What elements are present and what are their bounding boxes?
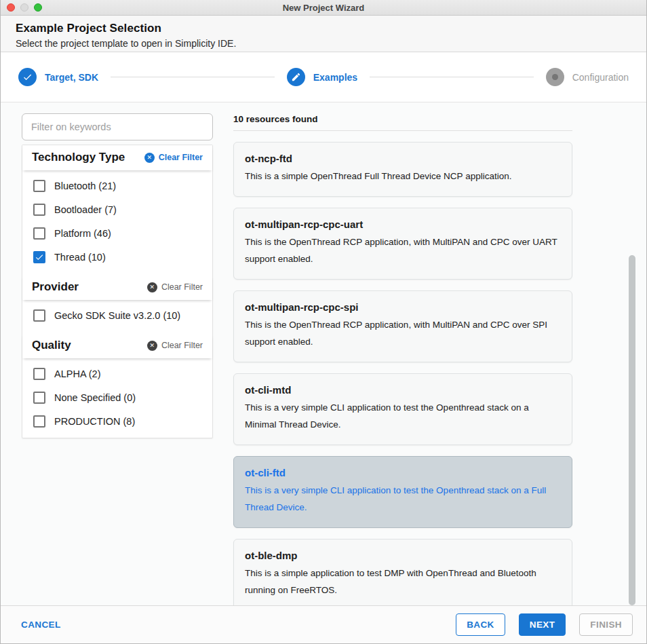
step-label: Target, SDK <box>45 72 98 83</box>
filter-option-alpha[interactable]: ALPHA (2) <box>22 362 212 386</box>
pencil-icon <box>287 68 305 86</box>
checkbox-unchecked[interactable] <box>33 180 45 192</box>
card-ot-multipan-rcp-cpc-uart[interactable]: ot-multipan-rcp-cpc-uart This is the Ope… <box>233 208 572 280</box>
wizard-stepper: Target, SDK Examples Configuration <box>1 52 646 102</box>
next-button[interactable]: NEXT <box>519 613 566 636</box>
card-ot-multipan-rcp-cpc-spi[interactable]: ot-multipan-rcp-cpc-spi This is the Open… <box>233 290 572 362</box>
clear-filter-label: Clear Filter <box>159 153 203 162</box>
checkbox-unchecked[interactable] <box>33 309 45 322</box>
filter-option-platform[interactable]: Platform (46) <box>22 222 212 246</box>
page-subtitle: Select the project template to open in S… <box>16 38 631 49</box>
check-icon <box>18 68 37 86</box>
clear-filter-button[interactable]: ✕ Clear Filter <box>147 282 203 292</box>
finish-button: FINISH <box>579 613 633 636</box>
card-ot-cli-ftd-selected[interactable]: ot-cli-ftd This is a very simple CLI app… <box>233 456 572 528</box>
clear-filter-label: Clear Filter <box>161 282 203 292</box>
card-description: This is a simple application to test DMP… <box>245 565 561 599</box>
main-content: Technology Type ✕ Clear Filter Bluetooth… <box>1 102 646 605</box>
section-header-provider: Provider ✕ Clear Filter <box>22 275 212 300</box>
new-project-wizard-window: New Project Wizard Example Project Selec… <box>0 0 647 644</box>
card-description: This is the OpenThread RCP application, … <box>245 233 561 267</box>
card-description: This is a simple OpenThread Full Thread … <box>245 168 561 185</box>
wizard-footer: CANCEL BACK NEXT FINISH <box>1 605 646 643</box>
section-title: Technology Type <box>32 151 125 164</box>
card-description: This is a very simple CLI application to… <box>245 482 561 516</box>
card-title: ot-ncp-ftd <box>245 153 561 164</box>
clear-x-icon: ✕ <box>144 153 155 163</box>
card-ot-ble-dmp[interactable]: ot-ble-dmp This is a simple application … <box>233 539 572 605</box>
dot-icon <box>546 68 564 86</box>
step-connector <box>370 77 534 77</box>
section-header-quality: Quality ✕ Clear Filter <box>22 333 212 358</box>
step-label: Examples <box>313 72 357 83</box>
card-title: ot-ble-dmp <box>245 550 561 561</box>
card-ot-cli-mtd[interactable]: ot-cli-mtd This is a very simple CLI app… <box>233 373 572 445</box>
card-title: ot-cli-mtd <box>245 384 561 396</box>
filter-option-thread[interactable]: Thread (10) <box>22 246 212 269</box>
vertical-scrollbar[interactable] <box>629 255 635 605</box>
step-target-sdk[interactable]: Target, SDK <box>18 68 98 86</box>
step-examples[interactable]: Examples <box>287 68 357 86</box>
checkbox-unchecked[interactable] <box>33 415 45 428</box>
results-list: 10 resources found ot-ncp-ftd This is a … <box>233 113 572 605</box>
section-title: Provider <box>32 280 79 294</box>
step-connector <box>111 77 275 77</box>
step-label: Configuration <box>572 72 629 83</box>
card-title: ot-multipan-rcp-cpc-spi <box>245 301 561 313</box>
filter-option-bootloader[interactable]: Bootloader (7) <box>22 198 212 222</box>
page-title: Example Project Selection <box>16 22 631 35</box>
clear-x-icon: ✕ <box>147 282 157 292</box>
clear-filter-button[interactable]: ✕ Clear Filter <box>144 153 203 163</box>
keyword-filter-input[interactable] <box>22 113 213 140</box>
clear-x-icon: ✕ <box>147 341 157 351</box>
filter-panel: Technology Type ✕ Clear Filter Bluetooth… <box>22 145 213 438</box>
filter-option-bluetooth[interactable]: Bluetooth (21) <box>22 174 212 198</box>
filter-sidebar: Technology Type ✕ Clear Filter Bluetooth… <box>22 113 213 605</box>
wizard-header: Example Project Selection Select the pro… <box>1 16 646 52</box>
clear-filter-label: Clear Filter <box>161 341 203 350</box>
section-title: Quality <box>32 339 71 352</box>
back-button[interactable]: BACK <box>456 613 505 636</box>
filter-option-none-specified[interactable]: None Specified (0) <box>22 386 212 410</box>
card-description: This is the OpenThread RCP application, … <box>245 316 561 350</box>
cancel-button[interactable]: CANCEL <box>21 620 61 630</box>
checkbox-unchecked[interactable] <box>33 368 45 380</box>
card-description: This is a very simple CLI application to… <box>245 399 561 433</box>
results-count: 10 resources found <box>233 114 572 131</box>
titlebar: New Project Wizard <box>1 0 646 16</box>
checkbox-checked[interactable] <box>33 251 45 263</box>
example-cards: ot-ncp-ftd This is a simple OpenThread F… <box>233 142 572 605</box>
window-title: New Project Wizard <box>1 3 646 13</box>
step-configuration: Configuration <box>546 68 629 86</box>
clear-filter-button[interactable]: ✕ Clear Filter <box>147 341 203 351</box>
filter-option-production[interactable]: PRODUCTION (8) <box>22 410 212 434</box>
card-title: ot-cli-ftd <box>245 467 561 478</box>
checkbox-unchecked[interactable] <box>33 204 45 216</box>
card-title: ot-multipan-rcp-cpc-uart <box>245 219 561 230</box>
checkbox-unchecked[interactable] <box>33 392 45 404</box>
card-ot-ncp-ftd[interactable]: ot-ncp-ftd This is a simple OpenThread F… <box>233 142 572 197</box>
section-header-technology-type: Technology Type ✕ Clear Filter <box>22 145 212 170</box>
checkbox-unchecked[interactable] <box>33 227 45 240</box>
filter-option-gecko-sdk[interactable]: Gecko SDK Suite v3.2.0 (10) <box>22 304 212 328</box>
